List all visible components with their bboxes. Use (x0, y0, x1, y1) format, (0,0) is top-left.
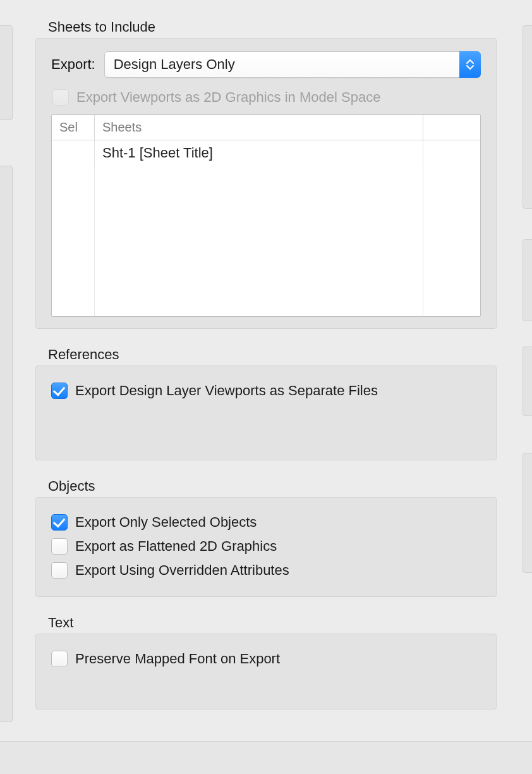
objects-section-title: Objects (48, 478, 497, 494)
preserve-mapped-font-row[interactable]: Preserve Mapped Font on Export (51, 647, 481, 671)
export-flattened-2d-label: Export as Flattened 2D Graphics (75, 538, 277, 555)
export-viewports-2d-checkbox (52, 89, 69, 106)
export-overridden-attrs-label: Export Using Overridden Attributes (75, 562, 289, 579)
text-group: Preserve Mapped Font on Export (35, 634, 497, 710)
export-only-selected-checkbox[interactable] (51, 514, 68, 531)
export-overridden-attrs-row[interactable]: Export Using Overridden Attributes (51, 558, 481, 582)
references-group: Export Design Layer Viewports as Separat… (35, 366, 497, 460)
export-select[interactable]: Design Layers Only (104, 51, 481, 78)
table-row-sel[interactable] (52, 140, 95, 166)
export-only-selected-row[interactable]: Export Only Selected Objects (51, 510, 481, 534)
export-dlvp-separate-checkbox[interactable] (51, 383, 68, 399)
edge-panel (0, 166, 13, 722)
export-label: Export: (51, 56, 95, 73)
preserve-mapped-font-label: Preserve Mapped Font on Export (75, 651, 280, 667)
sheets-table-header: Sel Sheets (52, 115, 480, 140)
export-select-value: Design Layers Only (114, 56, 235, 73)
edge-panel (523, 239, 532, 321)
export-dlvp-separate-label: Export Design Layer Viewports as Separat… (75, 383, 378, 399)
export-viewports-2d-row: Export Viewports as 2D Graphics in Model… (52, 89, 481, 106)
col-extra-header[interactable] (423, 115, 480, 140)
edge-panel (523, 347, 532, 416)
col-sel-header[interactable]: Sel (52, 115, 95, 140)
export-flattened-2d-checkbox[interactable] (51, 538, 68, 555)
objects-group: Export Only Selected Objects Export as F… (35, 497, 497, 597)
export-dlvp-separate-row[interactable]: Export Design Layer Viewports as Separat… (51, 379, 481, 403)
edge-panel (523, 453, 532, 573)
bottom-bar (0, 741, 532, 774)
export-viewports-2d-label: Export Viewports as 2D Graphics in Model… (76, 89, 380, 106)
table-row[interactable]: Sht-1 [Sheet Title] (52, 140, 480, 166)
export-only-selected-label: Export Only Selected Objects (75, 514, 257, 531)
table-row-sheet[interactable]: Sht-1 [Sheet Title] (95, 140, 423, 166)
chevron-up-down-icon (459, 51, 481, 78)
col-sheets-header[interactable]: Sheets (95, 115, 423, 140)
table-row-empty (52, 166, 480, 316)
text-section-title: Text (48, 615, 497, 631)
preserve-mapped-font-checkbox[interactable] (51, 651, 68, 667)
sheets-table[interactable]: Sel Sheets Sht-1 [Sheet Title] (51, 114, 481, 317)
export-flattened-2d-row[interactable]: Export as Flattened 2D Graphics (51, 534, 481, 558)
sheets-group: Export: Design Layers Only Export Viewpo… (35, 38, 497, 329)
export-overridden-attrs-checkbox[interactable] (51, 562, 68, 579)
references-section-title: References (48, 347, 497, 363)
sheets-section-title: Sheets to Include (48, 19, 497, 35)
edge-panel (523, 25, 532, 209)
edge-panel (0, 25, 13, 120)
